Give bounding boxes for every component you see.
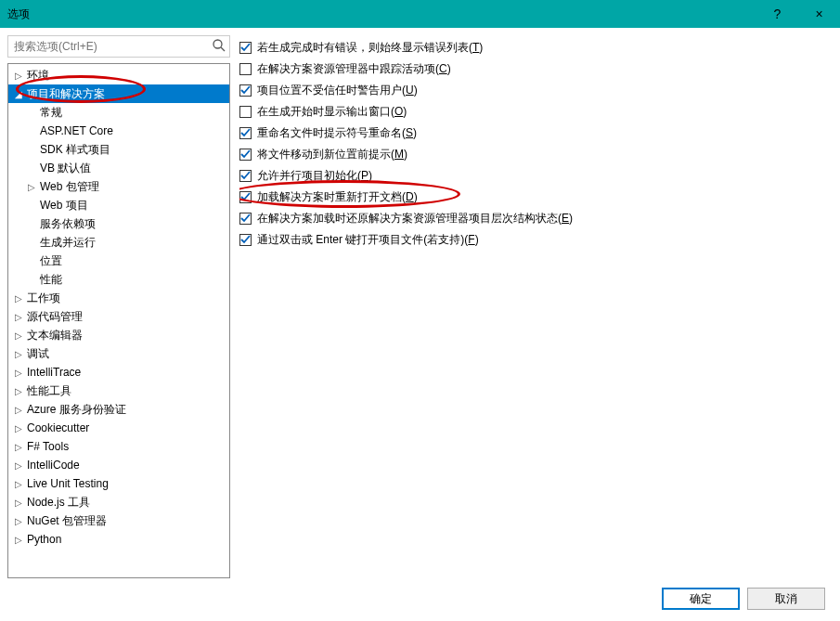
- checkbox-row[interactable]: 在解决方案加载时还原解决方案资源管理器项目层次结构状态(E): [239, 208, 833, 229]
- tree-item-label: Azure 服务身份验证: [25, 402, 126, 418]
- checkbox[interactable]: [239, 84, 252, 97]
- tree-item[interactable]: ▷环境: [8, 66, 229, 84]
- window-title: 选项: [7, 6, 756, 22]
- checkbox[interactable]: [239, 234, 252, 246]
- tree-item-label: 环境: [25, 68, 49, 84]
- tree-item[interactable]: ▷IntelliCode: [8, 456, 229, 474]
- tree-item-label: ASP.NET Core: [38, 124, 113, 137]
- tree-item[interactable]: ▷Live Unit Testing: [8, 474, 229, 493]
- options-tree[interactable]: ▷环境◢项目和解决方案常规ASP.NET CoreSDK 样式项目VB 默认值▷…: [7, 63, 230, 578]
- tree-item[interactable]: ▷Web 包管理: [8, 177, 229, 196]
- tree-item-label: Web 包管理: [38, 179, 99, 195]
- tree-item-label: SDK 样式项目: [38, 142, 110, 158]
- checkbox[interactable]: [239, 42, 252, 54]
- tree-item-label: 服务依赖项: [38, 216, 96, 232]
- search-input[interactable]: [7, 35, 230, 58]
- tree-item[interactable]: ▷性能工具: [8, 382, 229, 400]
- tree-toggle-icon: ◢: [12, 89, 25, 99]
- tree-item-label: IntelliTrace: [25, 366, 81, 379]
- checkbox-label: 加载解决方案时重新打开文档(D): [257, 189, 418, 205]
- checkbox-row[interactable]: 在生成开始时显示输出窗口(O): [239, 101, 833, 123]
- tree-item[interactable]: 生成并运行: [8, 233, 229, 252]
- tree-item-label: 文本编辑器: [25, 328, 83, 343]
- checkbox[interactable]: [239, 170, 252, 182]
- tree-item[interactable]: ▷文本编辑器: [8, 326, 229, 344]
- tree-item[interactable]: ▷源代码管理: [8, 307, 229, 326]
- tree-item[interactable]: SDK 样式项目: [8, 140, 229, 159]
- tree-item[interactable]: ▷IntelliTrace: [8, 363, 229, 382]
- checkbox[interactable]: [239, 127, 252, 139]
- tree-item-label: VB 默认值: [38, 161, 91, 176]
- tree-toggle-icon: ▷: [12, 479, 25, 489]
- tree-item[interactable]: Web 项目: [8, 196, 229, 214]
- checkbox-label: 通过双击或 Enter 键打开项目文件(若支持)(F): [257, 232, 479, 248]
- tree-item-label: 性能: [38, 272, 62, 288]
- tree-item-label: 性能工具: [25, 383, 71, 399]
- tree-item[interactable]: ASP.NET Core: [8, 122, 229, 140]
- tree-toggle-icon: ▷: [12, 293, 25, 304]
- tree-item[interactable]: ▷工作项: [8, 289, 229, 307]
- tree-item[interactable]: ◢项目和解决方案: [8, 84, 229, 103]
- checkbox[interactable]: [239, 213, 252, 225]
- dialog-body: ▷环境◢项目和解决方案常规ASP.NET CoreSDK 样式项目VB 默认值▷…: [0, 28, 840, 621]
- tree-item[interactable]: ▷调试: [8, 344, 229, 363]
- checkbox-row[interactable]: 重命名文件时提示符号重命名(S): [239, 123, 833, 144]
- tree-toggle-icon: ▷: [12, 330, 25, 341]
- tree-item-label: 生成并运行: [38, 235, 96, 251]
- checkbox-label: 在解决方案资源管理器中跟踪活动项(C): [257, 61, 451, 77]
- tree-item[interactable]: ▷Azure 服务身份验证: [8, 400, 229, 419]
- cancel-button[interactable]: 取消: [747, 588, 825, 610]
- tree-item[interactable]: VB 默认值: [8, 159, 229, 177]
- checkbox[interactable]: [239, 63, 252, 75]
- tree-item[interactable]: 服务依赖项: [8, 214, 229, 233]
- tree-toggle-icon: ▷: [12, 442, 25, 452]
- checkbox-label: 将文件移动到新位置前提示(M): [257, 147, 407, 162]
- dialog-buttons: 确定 取消: [7, 578, 833, 614]
- checkbox-label: 在生成开始时显示输出窗口(O): [257, 104, 407, 120]
- tree-toggle-icon: ▷: [12, 405, 25, 415]
- tree-item[interactable]: ▷Node.js 工具: [8, 493, 229, 511]
- tree-toggle-icon: ▷: [12, 312, 25, 322]
- checkbox-row[interactable]: 允许并行项目初始化(P): [239, 165, 833, 187]
- ok-button[interactable]: 确定: [662, 588, 740, 610]
- tree-item-label: 调试: [25, 346, 49, 362]
- tree-item[interactable]: 常规: [8, 103, 229, 122]
- checkbox-label: 允许并行项目初始化(P): [257, 168, 372, 184]
- tree-item[interactable]: ▷F# Tools: [8, 437, 229, 456]
- tree-toggle-icon: ▷: [12, 349, 25, 359]
- tree-toggle-icon: ▷: [12, 71, 25, 81]
- tree-item-label: IntelliCode: [25, 459, 80, 472]
- tree-item-label: 位置: [38, 253, 62, 269]
- tree-item-label: Live Unit Testing: [25, 477, 109, 490]
- tree-item-label: 源代码管理: [25, 309, 83, 325]
- checkbox-row[interactable]: 加载解决方案时重新打开文档(D): [239, 187, 833, 208]
- tree-item-label: 项目和解决方案: [25, 86, 105, 102]
- tree-toggle-icon: ▷: [12, 460, 25, 471]
- checkbox[interactable]: [239, 191, 252, 203]
- checkbox-row[interactable]: 项目位置不受信任时警告用户(U): [239, 80, 833, 101]
- checkbox-label: 重命名文件时提示符号重命名(S): [257, 125, 417, 141]
- tree-item-label: Python: [25, 533, 61, 546]
- tree-item[interactable]: ▷Cookiecutter: [8, 419, 229, 437]
- tree-item-label: NuGet 包管理器: [25, 513, 107, 529]
- close-button[interactable]: ×: [798, 0, 840, 28]
- tree-item[interactable]: ▷Python: [8, 530, 229, 549]
- checkbox[interactable]: [239, 149, 252, 161]
- checkbox-row[interactable]: 将文件移动到新位置前提示(M): [239, 144, 833, 165]
- titlebar: 选项 ? ×: [0, 0, 840, 28]
- help-button[interactable]: ?: [756, 0, 798, 28]
- tree-item[interactable]: 位置: [8, 252, 229, 270]
- tree-toggle-icon: ▷: [25, 182, 38, 192]
- tree-item[interactable]: ▷NuGet 包管理器: [8, 511, 229, 530]
- checkbox-label: 项目位置不受信任时警告用户(U): [257, 83, 418, 98]
- checkbox[interactable]: [239, 106, 252, 118]
- tree-toggle-icon: ▷: [12, 386, 25, 396]
- checkbox-label: 若生成完成时有错误，则始终显示错误列表(T): [257, 40, 483, 56]
- tree-toggle-icon: ▷: [12, 368, 25, 378]
- tree-item-label: F# Tools: [25, 440, 69, 453]
- checkbox-row[interactable]: 在解决方案资源管理器中跟踪活动项(C): [239, 58, 833, 80]
- tree-item[interactable]: 性能: [8, 270, 229, 289]
- checkbox-row[interactable]: 若生成完成时有错误，则始终显示错误列表(T): [239, 37, 833, 58]
- tree-item-label: 常规: [38, 105, 62, 121]
- checkbox-row[interactable]: 通过双击或 Enter 键打开项目文件(若支持)(F): [239, 229, 833, 251]
